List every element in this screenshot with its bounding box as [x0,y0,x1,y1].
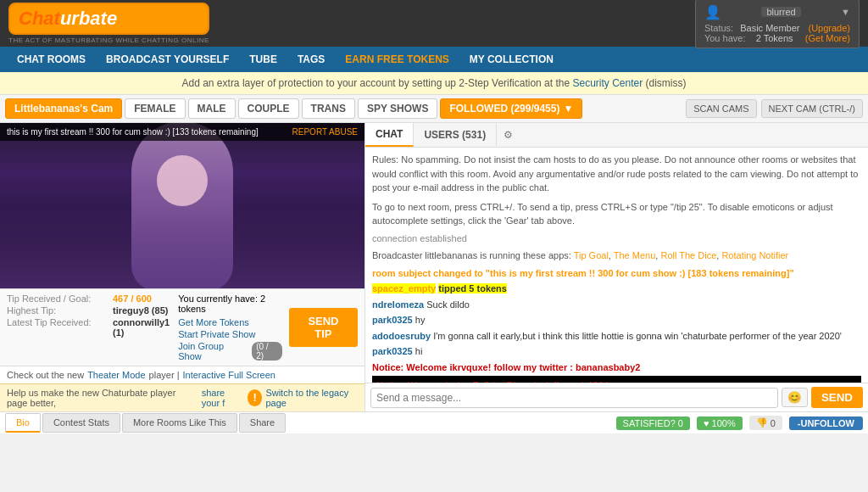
nav-earn-tokens[interactable]: EARN FREE TOKENS [335,47,459,72]
security-center-link[interactable]: Security Center [572,77,643,89]
app-roll-dice[interactable]: Roll The Dice [660,250,716,260]
dropdown-icon[interactable]: ▼ [841,7,850,17]
video-panel: this is my first stream !! 300 for cum s… [0,123,364,411]
status-label: Status: [704,23,733,33]
thumbsdown-button[interactable]: 👎 0 [749,416,782,430]
chat-notice-block-1: Notice: We are playing Roll the Dice - b… [372,376,861,383]
tab-current-cam[interactable]: Littlebananas's Cam [5,98,122,119]
stream-title: this is my first stream !! 300 for cum s… [7,127,259,137]
gear-icon[interactable]: ⚙ [497,125,520,145]
footer-tab-share[interactable]: Share [239,413,286,433]
app-tip-goal[interactable]: Tip Goal [574,250,609,260]
feedback-text: Help us make the new Chaturbate player p… [7,388,198,408]
report-abuse-link[interactable]: REPORT ABUSE [292,127,358,137]
tokens-label: You have: [704,33,746,43]
emoji-button[interactable]: 😊 [782,388,808,407]
chat-tab-users[interactable]: USERS (531) [414,124,497,146]
highest-tip-value: tireguy8 (85) [113,305,168,316]
feedback-bar: Help us make the new Chaturbate player p… [0,383,364,411]
tab-male[interactable]: MALE [188,98,236,119]
chat-messages: Rules: No spamming. Do not insist the ca… [365,148,868,383]
security-text: Add an extra layer of protection to your… [182,77,570,89]
scan-cams-button[interactable]: SCAN CAMS [686,99,756,118]
tagline: THE ACT OF MASTURBATING WHILE CHATTING O… [8,36,209,44]
chat-nav-tip: To go to next room, press CTRL+/. To sen… [372,200,861,228]
nav-tube[interactable]: TUBE [239,47,287,72]
satisfied-button[interactable]: SATISFIED? 0 [616,417,690,430]
percentage-button[interactable]: ♥ 100% [697,417,743,430]
footer-tab-bio[interactable]: Bio [5,413,41,433]
cam-tab-actions: SCAN CAMS NEXT CAM (CTRL-/) [686,99,863,118]
tab-followed[interactable]: FOLLOWED (299/9455) ▼ [440,98,582,119]
send-tip-button[interactable]: SEND TIP [289,308,358,347]
video-overlay: this is my first stream !! 300 for cum s… [0,123,364,141]
latest-tip-row: Latest Tip Received: connorwilly1 (1) [7,317,170,338]
chat-connection: connection established [372,232,861,246]
user-info-panel: 👤 blurred ▼ Status: Basic Member (Upgrad… [695,0,860,48]
username: blurred [761,7,800,17]
chat-apps: Broadcaster littlebananas is running the… [372,249,861,263]
nav-tags[interactable]: TAGS [287,47,335,72]
app-menu[interactable]: The Menu [614,250,656,260]
video-area[interactable]: this is my first stream !! 300 for cum s… [0,123,364,288]
chat-msg-1: ndrelomeza Suck dildo [372,298,861,312]
chat-msg-tip: spacez_empty tipped 5 tokens [372,282,861,296]
chat-msg-2: park0325 hy [372,313,861,327]
unfollow-button[interactable]: -UNFOLLOW [789,417,863,430]
get-more-link[interactable]: (Get More) [805,33,850,43]
join-group-link[interactable]: Join Group Show [178,341,248,361]
latest-tip-value: connorwilly1 (1) [113,317,170,338]
tip-info-right: You currently have: 2 tokens Get More To… [170,294,282,361]
chat-tab-chat[interactable]: CHAT [365,123,414,147]
chat-rules: Rules: No spamming. Do not insist the ca… [372,153,861,195]
interactive-fullscreen-link[interactable]: Interactive Full Screen [182,370,275,380]
tip-goal-row: Tip Received / Goal: 467 / 600 [7,294,170,304]
footer-tab-more-rooms[interactable]: More Rooms Like This [122,413,237,433]
upgrade-link[interactable]: (Upgrade) [808,23,850,33]
footer-tabs-right: SATISFIED? 0 ♥ 100% 👎 0 -UNFOLLOW [616,416,863,430]
header: Chaturbate THE ACT OF MASTURBATING WHILE… [0,0,868,47]
logo[interactable]: Chaturbate [8,3,209,35]
status-value: Basic Member [740,23,799,33]
dismiss-link[interactable]: (dismiss) [646,77,687,89]
tab-trans[interactable]: TRANS [302,98,355,119]
group-count: (0 / 2) [252,342,282,361]
nav-my-collection[interactable]: MY COLLECTION [459,47,564,72]
get-more-tokens-link[interactable]: Get More Tokens [178,317,282,327]
send-chat-button[interactable]: SEND [811,387,863,408]
next-cam-button[interactable]: NEXT CAM (CTRL-/) [761,99,863,118]
pipe-separator: player | [149,370,180,380]
nav-chat-rooms[interactable]: CHAT ROOMS [7,47,96,72]
chat-msg-4: park0325 hi [372,344,861,359]
theater-mode-link[interactable]: Theater Mode [87,370,145,380]
app-rotating[interactable]: Rotating Notifier [721,250,788,260]
thumbsdown-count: 0 [771,418,776,428]
cam-figure [0,123,364,288]
chat-panel: CHAT USERS (531) ⚙ Rules: No spamming. D… [364,123,868,411]
footer-tab-contest[interactable]: Contest Stats [42,413,120,433]
chat-input[interactable] [370,388,778,408]
thumbsdown-icon: 👎 [756,417,768,428]
chat-input-row: 😊 SEND [365,383,868,411]
tip-bar: Tip Received / Goal: 467 / 600 Highest T… [0,288,364,366]
nav-broadcast[interactable]: BROADCAST YOURSELF [96,47,239,72]
user-row: 👤 blurred ▼ [704,4,850,20]
tab-female[interactable]: FEMALE [125,98,185,119]
tokens-value: 2 Tokens [756,33,793,43]
footer-tabs-left: Bio Contest Stats More Rooms Like This S… [5,413,287,433]
switch-legacy-link[interactable]: Switch to the legacy page [265,388,358,408]
tab-couple[interactable]: COUPLE [238,98,299,119]
footer-tabs: Bio Contest Stats More Rooms Like This S… [0,411,868,433]
tip-goal-label: Tip Received / Goal: [7,294,108,304]
chat-notice-1: Notice: Welcome ikrvquxe! follow my twit… [372,361,861,375]
chat-tabs: CHAT USERS (531) ⚙ [365,123,868,148]
join-group-row: Join Group Show (0 / 2) [178,341,282,361]
latest-tip-label: Latest Tip Received: [7,317,108,338]
start-private-link[interactable]: Start Private Show [178,329,282,339]
tab-spy-shows[interactable]: SPY SHOWS [358,98,437,119]
token-count: You currently have: 2 tokens [178,294,282,314]
user-avatar-icon: 👤 [704,4,721,20]
highest-tip-label: Highest Tip: [7,305,108,316]
share-link[interactable]: share your f [202,388,244,408]
chat-msg-subject: room subject changed to "this is my firs… [372,266,861,281]
